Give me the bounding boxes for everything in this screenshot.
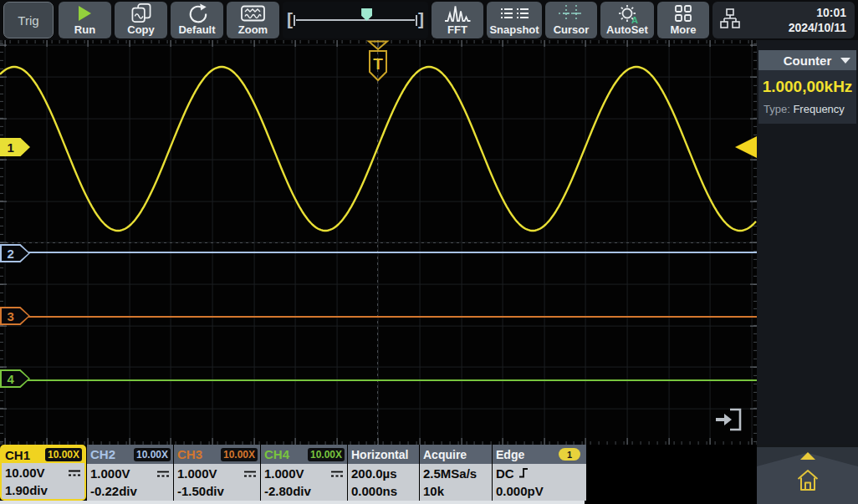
slider-left-bracket: [ <box>287 11 293 28</box>
ch2-marker-number: 2 <box>0 244 21 262</box>
slider-thumb[interactable] <box>361 8 372 21</box>
counter-type-label: Type: <box>764 103 790 115</box>
ch2-offset: -0.22div <box>90 484 137 498</box>
corner-panel <box>757 445 858 504</box>
home-button[interactable] <box>795 467 820 497</box>
run-button[interactable]: Run <box>59 2 111 38</box>
acquire-mem-depth: 10k <box>423 484 444 498</box>
ch4-offset: -2.80div <box>264 484 311 498</box>
counter-value: 1.000,00kHz <box>758 70 856 101</box>
waveform-display: 1 2 3 4 T <box>0 40 757 445</box>
zoom-label: Zoom <box>238 24 268 36</box>
trigger-source-badge: 1 <box>559 448 580 461</box>
ch3-offset: -1.50div <box>177 484 224 498</box>
ch3-marker-number: 3 <box>0 307 21 325</box>
network-icon[interactable] <box>719 8 741 33</box>
ch2-header: CH2 10.00X <box>87 445 173 464</box>
corner-panel-bg <box>757 447 858 504</box>
ch1-volts: 10.00V <box>5 466 45 480</box>
ch3-values: 1.000V -1.50div <box>174 464 260 501</box>
autoset-a-glyph: A <box>631 15 638 25</box>
dc-coupling-icon <box>243 470 257 478</box>
more-button[interactable]: More <box>657 2 709 38</box>
ch3-probe-badge: 10.00X <box>221 448 258 461</box>
ch4-header: CH4 10.00X <box>261 445 347 464</box>
trigger-level-value: 0.000pV <box>496 484 544 498</box>
fft-label: FFT <box>447 24 467 36</box>
ch3-volts: 1.000V <box>177 466 217 481</box>
trigger-level-marker[interactable] <box>735 136 757 158</box>
autoset-button[interactable]: A AutoSet <box>600 2 654 38</box>
collapse-up-icon[interactable] <box>800 452 815 460</box>
dc-coupling-icon <box>68 469 81 477</box>
trig-button[interactable]: Trig <box>3 2 54 38</box>
horizontal-delay: 0.000ns <box>351 484 397 498</box>
ch2-volts: 1.000V <box>90 466 130 481</box>
cursor-label: Cursor <box>554 24 590 36</box>
ch2-probe-badge: 10.00X <box>134 448 171 461</box>
slider-right-bracket: ] <box>418 11 424 28</box>
ch2-status-block[interactable]: CH2 10.00X 1.000V -0.22div <box>87 445 173 501</box>
dc-coupling-icon <box>156 470 170 478</box>
default-reset-icon <box>171 2 223 24</box>
copy-button[interactable]: Copy <box>115 2 167 38</box>
edge-title: Edge <box>496 448 524 461</box>
more-grid-icon <box>657 2 709 24</box>
zoom-waveform-icon <box>227 2 279 24</box>
snapshot-list-icon <box>487 2 542 24</box>
chevron-down-icon <box>840 58 850 64</box>
autoset-gear-icon: A <box>600 2 654 24</box>
trigger-status-block[interactable]: Edge 1 DC 0.000pV <box>493 445 586 501</box>
horizontal-status-block[interactable]: Horizontal 200.0µs 0.000ns <box>348 445 419 501</box>
cursor-button[interactable]: Cursor <box>545 2 597 38</box>
copy-label: Copy <box>127 24 155 36</box>
counter-dropdown[interactable]: Counter <box>758 50 856 70</box>
slider-track[interactable] <box>296 19 415 21</box>
counter-type: Type: Frequency <box>758 101 856 115</box>
zoom-button[interactable]: Zoom <box>227 2 279 38</box>
autoset-label: AutoSet <box>606 24 648 36</box>
enter-fullscreen-icon[interactable] <box>712 406 744 436</box>
horizontal-position-slider[interactable]: [ ] <box>283 2 428 38</box>
clock-date: 2024/10/11 <box>789 20 846 35</box>
ch1-status-block[interactable]: CH1 10.00X 10.00V 1.90div <box>0 445 86 501</box>
slider-right-tick <box>416 15 417 26</box>
fft-button[interactable]: FFT <box>432 2 483 38</box>
clock-time: 10:01 <box>789 5 846 20</box>
ch2-position-marker[interactable]: 2 <box>0 244 30 262</box>
status-bar-bottom-strip <box>0 501 585 504</box>
trigger-position-marker[interactable]: T <box>365 40 391 89</box>
ch3-name: CH3 <box>177 447 202 461</box>
ch1-position-marker[interactable]: 1 <box>0 138 30 156</box>
counter-title: Counter <box>784 53 832 68</box>
counter-type-value: Frequency <box>793 103 844 115</box>
ch1-name: CH1 <box>5 448 30 462</box>
counter-widget: Counter 1.000,00kHz Type: Frequency <box>758 50 856 124</box>
run-play-icon <box>59 2 111 24</box>
default-button[interactable]: Default <box>171 2 223 38</box>
clock-panel: 10:01 2024/10/11 <box>712 2 855 38</box>
ch3-status-block[interactable]: CH3 10.00X 1.000V -1.50div <box>174 445 260 501</box>
oscilloscope-screen: Trig Run Copy Default <box>0 0 858 504</box>
ch2-name: CH2 <box>90 447 115 461</box>
ch1-header: CH1 10.00X <box>2 446 84 463</box>
ch4-position-marker[interactable]: 4 <box>0 369 30 388</box>
ch4-probe-badge: 10.00X <box>308 448 345 461</box>
edge-coupling: DC <box>496 466 514 481</box>
ch2-values: 1.000V -0.22div <box>87 464 173 501</box>
ch4-status-block[interactable]: CH4 10.00X 1.000V -2.80div <box>261 445 347 501</box>
ch4-values: 1.000V -2.80div <box>261 464 347 501</box>
trigger-symbol: T <box>373 55 383 73</box>
more-label: More <box>670 24 696 36</box>
ch1-probe-badge: 10.00X <box>45 448 82 461</box>
waveform-svg <box>0 40 757 445</box>
acquire-status-block[interactable]: Acquire 2.5MSa/s 10k <box>420 445 492 501</box>
ch4-marker-number: 4 <box>0 369 21 388</box>
ch3-position-marker[interactable]: 3 <box>0 307 30 325</box>
snapshot-button[interactable]: Snapshot <box>487 2 542 38</box>
trig-label: Trig <box>18 13 38 28</box>
run-label: Run <box>74 24 95 36</box>
slider-left-tick <box>294 15 295 26</box>
dc-coupling-icon <box>330 470 344 478</box>
top-toolbar: Trig Run Copy Default <box>0 0 858 40</box>
